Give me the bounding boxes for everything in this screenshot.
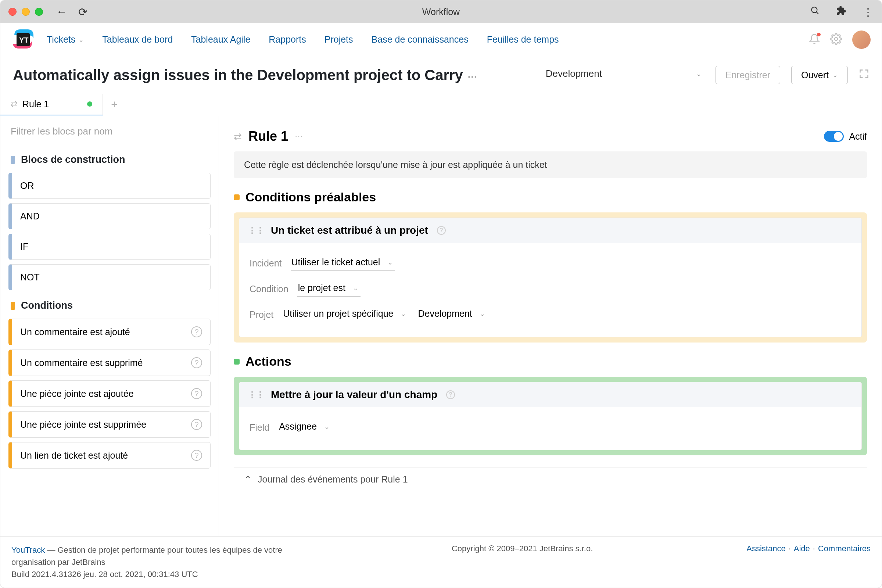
condition-comment-removed[interactable]: Un commentaire est supprimé? xyxy=(9,350,211,376)
active-toggle[interactable] xyxy=(824,131,844,142)
event-log-toggle[interactable]: ⌃ Journal des événements pour Rule 1 xyxy=(234,467,867,491)
back-icon[interactable]: ← xyxy=(56,6,67,18)
project-mode-select[interactable]: Utiliser un projet spécifique⌄ xyxy=(282,307,408,322)
app-logo[interactable]: YT xyxy=(11,28,35,51)
nav-timesheets[interactable]: Feuilles de temps xyxy=(487,34,559,45)
save-button[interactable]: Enregistrer xyxy=(716,66,780,84)
help-icon[interactable]: ? xyxy=(191,326,202,338)
footer-product-link[interactable]: YouTrack xyxy=(11,545,45,555)
close-window-button[interactable] xyxy=(9,8,16,16)
svg-point-4 xyxy=(835,38,837,40)
drag-handle-icon[interactable]: ⋮⋮ xyxy=(248,226,264,235)
nav-tickets[interactable]: Tickets⌄ xyxy=(46,34,84,45)
help-icon[interactable]: ? xyxy=(191,419,202,430)
footer-link-help[interactable]: Aide xyxy=(794,544,810,554)
chevron-down-icon: ⌄ xyxy=(353,284,358,292)
chevron-down-icon: ⌄ xyxy=(78,36,84,44)
footer-link-feedback[interactable]: Commentaires xyxy=(818,544,871,554)
active-label: Actif xyxy=(849,131,867,142)
prereq-card-header: ⋮⋮ Un ticket est attribué à un projet ? xyxy=(239,218,861,243)
maximize-window-button[interactable] xyxy=(35,8,43,16)
field-select[interactable]: Assignee⌄ xyxy=(278,420,332,435)
svg-point-0 xyxy=(812,7,817,12)
help-icon[interactable]: ? xyxy=(191,357,202,368)
window-title: Workflow xyxy=(422,7,460,17)
block-not[interactable]: NOT xyxy=(9,264,211,290)
condition-attachment-added[interactable]: Une pièce jointe est ajoutée? xyxy=(9,380,211,407)
block-and[interactable]: AND xyxy=(9,203,211,230)
chevron-up-icon: ⌃ xyxy=(244,474,252,485)
marker-icon xyxy=(10,302,15,310)
field-label-field: Field xyxy=(249,422,269,433)
nav-dashboards[interactable]: Tableaux de bord xyxy=(102,34,173,45)
condition-select[interactable]: le projet est⌄ xyxy=(297,281,360,297)
blocks-sidebar: Blocs de construction OR AND IF NOT Cond… xyxy=(0,116,219,536)
fullscreen-icon[interactable] xyxy=(859,69,869,82)
drag-handle-icon[interactable]: ⋮⋮ xyxy=(248,390,264,399)
nav-reports[interactable]: Rapports xyxy=(268,34,306,45)
project-value-select[interactable]: Development⌄ xyxy=(417,307,487,322)
more-vertical-icon[interactable]: ⋮ xyxy=(862,6,873,18)
user-avatar[interactable] xyxy=(852,30,871,49)
footer: YouTrack — Gestion de projet performante… xyxy=(0,536,882,588)
tab-strip: ⇄ Rule 1 + xyxy=(0,93,882,116)
condition-comment-added[interactable]: Un commentaire est ajouté? xyxy=(9,319,211,345)
filter-blocks-input[interactable] xyxy=(0,116,219,147)
nav-projects[interactable]: Projets xyxy=(324,34,353,45)
help-icon[interactable]: ? xyxy=(191,388,202,399)
rule-icon: ⇄ xyxy=(10,99,17,109)
field-label-incident: Incident xyxy=(249,258,282,268)
footer-link-support[interactable]: Assistance xyxy=(746,544,785,554)
notifications-icon[interactable] xyxy=(809,33,820,46)
chevron-down-icon: ⌄ xyxy=(400,310,406,318)
search-icon[interactable] xyxy=(810,6,820,18)
prerequisites-section-header: Conditions préalables xyxy=(234,190,867,204)
chevron-down-icon: ⌄ xyxy=(387,258,393,266)
marker-icon xyxy=(234,194,240,200)
svg-text:YT: YT xyxy=(19,36,28,44)
chevron-down-icon: ⌄ xyxy=(480,310,485,318)
rule-more-icon[interactable]: ⋯ xyxy=(295,132,303,141)
condition-attachment-removed[interactable]: Une pièce jointe est supprimée? xyxy=(9,411,211,438)
tab-rule-1[interactable]: ⇄ Rule 1 xyxy=(0,94,103,116)
marker-icon xyxy=(10,156,15,164)
conditions-header: Conditions xyxy=(0,292,219,316)
project-select[interactable]: Development ⌄ xyxy=(543,66,705,84)
info-icon[interactable]: ? xyxy=(437,226,446,235)
minimize-window-button[interactable] xyxy=(22,8,30,16)
top-nav: YT Tickets⌄ Tableaux de bord Tableaux Ag… xyxy=(0,23,882,56)
field-label-project: Projet xyxy=(249,309,273,320)
rule-title: Rule 1 xyxy=(248,129,288,144)
field-label-condition: Condition xyxy=(249,284,288,294)
chevron-down-icon: ⌄ xyxy=(696,70,702,78)
extension-icon[interactable] xyxy=(836,6,846,18)
nav-knowledge-base[interactable]: Base de connaissances xyxy=(372,34,469,45)
svg-line-1 xyxy=(816,12,818,14)
building-blocks-header: Blocs de construction xyxy=(0,147,219,171)
footer-copyright: Copyright © 2009–2021 JetBrains s.r.o. xyxy=(298,544,746,554)
add-tab-button[interactable]: + xyxy=(103,93,126,116)
help-icon[interactable]: ? xyxy=(191,450,202,461)
block-if[interactable]: IF xyxy=(9,234,211,260)
title-more-icon[interactable]: ⋯ xyxy=(468,71,477,82)
actions-section-header: Actions xyxy=(234,354,867,369)
footer-build: Build 2021.4.31326 jeu. 28 oct. 2021, 00… xyxy=(11,570,198,579)
rule-description: Cette règle est déclenchée lorsqu'une mi… xyxy=(234,152,867,178)
rule-icon: ⇄ xyxy=(234,131,242,142)
incident-select[interactable]: Utiliser le ticket actuel⌄ xyxy=(291,255,395,271)
marker-icon xyxy=(234,358,240,364)
nav-agile-boards[interactable]: Tableaux Agile xyxy=(191,34,250,45)
prereq-card: ⋮⋮ Un ticket est attribué à un projet ? … xyxy=(234,212,867,342)
status-button[interactable]: Ouvert⌄ xyxy=(791,66,848,84)
titlebar: ← ⟳ Workflow ⋮ xyxy=(0,0,882,23)
settings-icon[interactable] xyxy=(830,33,842,46)
page-header: Automatically assign issues in the Devel… xyxy=(0,56,882,84)
condition-issue-link-added[interactable]: Un lien de ticket est ajouté? xyxy=(9,442,211,469)
reload-icon[interactable]: ⟳ xyxy=(78,6,87,18)
status-dot-icon xyxy=(87,101,92,106)
chevron-down-icon: ⌄ xyxy=(324,423,330,431)
block-or[interactable]: OR xyxy=(9,173,211,199)
chevron-down-icon: ⌄ xyxy=(832,71,838,79)
info-icon[interactable]: ? xyxy=(446,390,455,399)
rule-content: ⇄ Rule 1 ⋯ Actif Cette règle est déclenc… xyxy=(219,116,882,536)
